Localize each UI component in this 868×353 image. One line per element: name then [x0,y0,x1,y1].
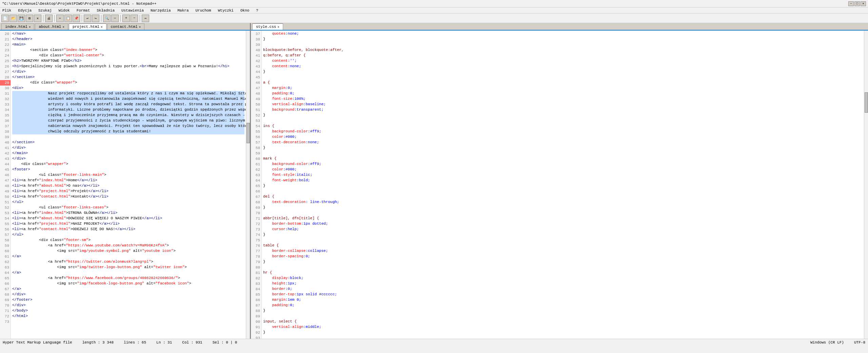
tab-style-css[interactable]: style.css ✕ [252,23,283,30]
line-number-35: 35 [0,113,11,118]
line-number-38: 38 [251,37,261,42]
minimize-button[interactable]: − [848,1,854,6]
editor-area: index.html ✕ about.html ✕ project.html ✕… [0,23,868,339]
toolbar-sep2 [54,15,55,22]
save-button[interactable]: 💾 [18,15,25,22]
tab-close-index[interactable]: ✕ [29,25,31,29]
tab-contact-html[interactable]: contact.html ✕ [107,23,145,30]
line-number-46: 46 [251,80,261,86]
close-button[interactable]: ✕ [861,1,866,6]
tab-index-html[interactable]: index.html ✕ [1,23,34,30]
code-line-35: ciężką i jednocześnie przyjemną pracą ma… [12,113,244,118]
menu-okno[interactable]: Okno [239,8,250,13]
line-number-89: 89 [251,314,261,319]
line-number-33: 33 [0,102,11,107]
redo-button[interactable]: ↪ [92,15,99,22]
line-number-62: 62 [251,167,261,172]
menu-skladnia[interactable]: Składnia [96,8,116,13]
line-number-48: 48 [251,91,261,96]
copy-button[interactable]: 📋 [64,15,72,22]
code-line-58: <div class="footer-sm"> [12,238,244,243]
code-line-29: <div class="wrapper"> [12,80,244,86]
print-button[interactable]: 🖨 [45,15,53,22]
new-button[interactable]: 📄 [1,15,9,22]
tab-close-about[interactable]: ✕ [62,25,64,29]
line-number-60: 60 [0,248,11,254]
close-button2[interactable]: ✕ [34,15,41,22]
menu-plik[interactable]: Plik [1,8,12,13]
tab-project-html[interactable]: project.html ✕ [69,23,106,30]
code-line-75 [263,238,863,243]
menu-widok[interactable]: Widok [58,8,71,13]
code-line-91: vertical-align:middle; [263,324,863,330]
code-line-45: <footer> [12,167,244,172]
code-line-79: } [263,259,863,265]
menu-edycja[interactable]: Edycja [17,8,33,13]
left-scroll-thumb[interactable] [246,123,250,143]
left-code-editor[interactable]: 2021222324252627282930313233343536373839… [0,31,246,339]
line-number-38: 38 [0,129,11,134]
menu-ustawienia[interactable]: Ustawienia [120,8,145,13]
tab-close-contact[interactable]: ✕ [139,25,141,29]
line-number-53: 53 [251,118,261,124]
sync-scroll-button[interactable]: ⇔ [142,15,149,22]
code-line-63: <img src="img/twitter-logo-button.png" a… [12,265,244,270]
left-scrollbar[interactable] [246,31,250,339]
menu-uruchom[interactable]: Uruchom [195,8,212,13]
col-info: Col : 931 [182,340,202,345]
line-number-78: 78 [251,254,261,259]
line-number-59: 59 [0,243,11,248]
undo-button[interactable]: ↩ [84,15,91,22]
tab-close-project[interactable]: ✕ [101,25,102,29]
line-number-22: 22 [0,42,11,48]
code-line-46: <ul class="footer-links-main"> [12,172,244,178]
code-line-61: </a> [12,254,244,259]
toolbar: 📄 📂 💾 ⊞ ✕ 🖨 ✂ 📋 📌 ↩ ↪ 🔍 ↔ + − ⇔ [0,14,868,23]
menu-wtyczki[interactable]: Wtyczki [217,8,235,13]
code-line-64: </a> [12,270,244,276]
code-line-48: <li><a href="about.html">O nas</a></li> [12,183,244,189]
code-line-34: informatyki. Liczne problemy napotkane p… [12,107,244,113]
zoom-in-button[interactable]: + [122,15,130,22]
code-line-68: text-decoration: line-through; [263,200,863,205]
toolbar-sep6 [140,15,140,22]
right-scrollbar[interactable] [864,31,868,339]
line-number-51: 51 [0,200,11,205]
line-number-20: 20 [0,31,11,37]
save-all-button[interactable]: ⊞ [26,15,33,22]
find-button[interactable]: 🔍 [103,15,111,22]
right-scroll-thumb[interactable] [865,92,868,113]
line-number-86: 86 [251,297,261,303]
line-number-28: 28 [0,75,11,80]
cut-button[interactable]: ✂ [56,15,64,22]
line-number-56: 56 [0,227,11,232]
code-line-42: content:''; [263,58,863,64]
menu-help[interactable]: ? [255,8,259,13]
tab-about-html[interactable]: about.html ✕ [35,23,68,30]
left-code-content[interactable]: </nav> </header> <main> <section class="… [11,31,246,339]
menu-szukaj[interactable]: Szukaj [37,8,53,13]
open-button[interactable]: 📂 [9,15,17,22]
tab-close-style[interactable]: ✕ [277,25,279,29]
toolbar-sep4 [101,15,101,22]
menu-makra[interactable]: Makra [177,8,190,13]
paste-button[interactable]: 📌 [73,15,80,22]
code-line-61: background-color:#ff9; [263,162,863,167]
menu-format[interactable]: Format [76,8,91,13]
code-line-25: <h2>TWORZYMY KRAFTOWE PIWO</h2> [12,58,244,64]
right-code-content[interactable]: quotes:none;} blockquote:before, blockqu… [262,31,864,339]
code-line-83: height:1px; [263,281,863,286]
encoding-info: Windows (CR LF) [810,340,844,345]
line-number-69: 69 [0,297,11,303]
line-number-30: 30 [0,86,11,91]
line-number-77: 77 [251,248,261,254]
right-code-editor[interactable]: 3738394041424344454647484950515253545556… [251,31,864,339]
menu-narzedzia[interactable]: Narzędzia [150,8,172,13]
replace-button[interactable]: ↔ [111,15,119,22]
zoom-out-button[interactable]: − [131,15,138,22]
line-number-71: 71 [251,216,261,221]
code-line-56: <li><a href="contact.html">ODEZWIJ SIĘ D… [12,227,244,232]
restore-button[interactable]: □ [854,1,860,6]
code-line-88: } [263,308,863,314]
line-number-48: 48 [0,183,11,189]
